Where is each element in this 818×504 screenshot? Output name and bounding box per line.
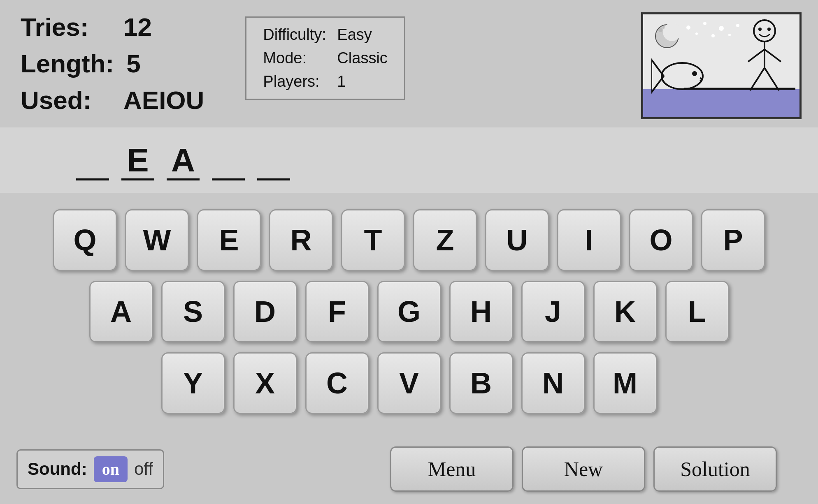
letter-slot-3: [210, 140, 247, 180]
letter-line-4: [257, 178, 290, 180]
new-button[interactable]: New: [522, 446, 645, 492]
letter-line-1: [121, 178, 154, 180]
key-r[interactable]: R: [269, 209, 333, 271]
key-n[interactable]: N: [521, 352, 585, 414]
top-section: Tries: 12 Length: 5 Used: AEIOU Difficul…: [0, 0, 818, 127]
tries-label: Tries:: [21, 12, 111, 42]
length-value: 5: [126, 49, 140, 78]
key-s[interactable]: S: [161, 281, 225, 342]
action-buttons: Menu New Solution: [390, 446, 777, 492]
key-c[interactable]: C: [305, 352, 369, 414]
letter-slot-4: [255, 140, 292, 180]
key-w[interactable]: W: [125, 209, 189, 271]
solution-button[interactable]: Solution: [653, 446, 777, 492]
key-h[interactable]: H: [449, 281, 513, 342]
key-d[interactable]: D: [233, 281, 297, 342]
svg-point-11: [754, 20, 775, 42]
difficulty-row: Difficulty: Easy: [263, 26, 387, 44]
svg-point-2: [658, 28, 662, 32]
players-value: 1: [337, 73, 346, 90]
key-i[interactable]: I: [557, 209, 621, 271]
key-a[interactable]: A: [89, 281, 153, 342]
svg-point-3: [662, 26, 665, 29]
tries-row: Tries: 12: [21, 12, 204, 42]
key-p[interactable]: P: [701, 209, 765, 271]
key-e[interactable]: E: [197, 209, 261, 271]
svg-point-5: [703, 22, 706, 25]
fish-icon: [651, 55, 705, 97]
key-o[interactable]: O: [629, 209, 693, 271]
letter-line-0: [76, 178, 109, 180]
length-label: Length:: [21, 49, 114, 78]
key-q[interactable]: Q: [53, 209, 117, 271]
sound-off-button[interactable]: off: [134, 459, 153, 479]
key-g[interactable]: G: [377, 281, 441, 342]
key-t[interactable]: T: [341, 209, 405, 271]
game-image: [641, 12, 802, 119]
key-row-1: QWERTZUIOP: [53, 209, 765, 271]
svg-point-21: [662, 63, 703, 89]
letter-slot-0: [74, 140, 111, 180]
mode-value: Classic: [337, 49, 387, 67]
key-u[interactable]: U: [485, 209, 549, 271]
key-l[interactable]: L: [665, 281, 729, 342]
letter-line-3: [212, 178, 245, 180]
svg-point-7: [695, 32, 698, 35]
svg-point-9: [736, 24, 739, 27]
svg-point-4: [686, 25, 690, 30]
svg-point-22: [692, 71, 697, 76]
letter-slot-1: E: [119, 140, 156, 180]
key-y[interactable]: Y: [161, 352, 225, 414]
key-k[interactable]: K: [593, 281, 657, 342]
svg-point-6: [719, 26, 724, 31]
svg-point-10: [728, 34, 731, 36]
key-v[interactable]: V: [377, 352, 441, 414]
key-row-3: YXCVBNM: [161, 352, 657, 414]
letter-slot-2: A: [165, 140, 202, 180]
keyboard-section: QWERTZUIOPASDFGHJKLYXCVBNM: [0, 193, 818, 426]
key-z[interactable]: Z: [413, 209, 477, 271]
key-x[interactable]: X: [233, 352, 297, 414]
svg-line-15: [748, 49, 765, 62]
sound-control: Sound: on off: [16, 449, 164, 489]
word-display: EA: [74, 140, 292, 180]
used-value: AEIOU: [123, 86, 204, 115]
players-label: Players:: [263, 73, 329, 90]
key-b[interactable]: B: [449, 352, 513, 414]
letter-char-1: E: [127, 140, 149, 177]
game-stats: Tries: 12 Length: 5 Used: AEIOU: [21, 12, 204, 115]
length-row: Length: 5: [21, 49, 204, 78]
difficulty-value: Easy: [337, 26, 372, 44]
key-m[interactable]: M: [593, 352, 657, 414]
letter-line-2: [167, 178, 200, 180]
svg-point-13: [767, 28, 771, 31]
stickfigure-icon: [742, 18, 787, 95]
players-row: Players: 1: [263, 73, 387, 90]
svg-line-16: [765, 49, 781, 62]
difficulty-label: Difficulty:: [263, 26, 329, 44]
svg-point-8: [711, 34, 715, 37]
letter-char-2: A: [171, 140, 195, 177]
key-j[interactable]: J: [521, 281, 585, 342]
menu-button[interactable]: Menu: [390, 446, 514, 492]
used-label: Used:: [21, 86, 111, 115]
bottom-bar: Sound: on off Menu New Solution: [0, 446, 818, 492]
difficulty-box: Difficulty: Easy Mode: Classic Players: …: [245, 16, 405, 100]
key-f[interactable]: F: [305, 281, 369, 342]
word-section: EA: [0, 127, 818, 193]
sound-label: Sound:: [28, 459, 87, 479]
svg-point-12: [758, 28, 762, 31]
sound-on-button[interactable]: on: [94, 456, 128, 482]
mode-label: Mode:: [263, 49, 329, 67]
tries-value: 12: [123, 12, 152, 42]
key-row-2: ASDFGHJKL: [89, 281, 729, 342]
mode-row: Mode: Classic: [263, 49, 387, 67]
used-row: Used: AEIOU: [21, 86, 204, 115]
